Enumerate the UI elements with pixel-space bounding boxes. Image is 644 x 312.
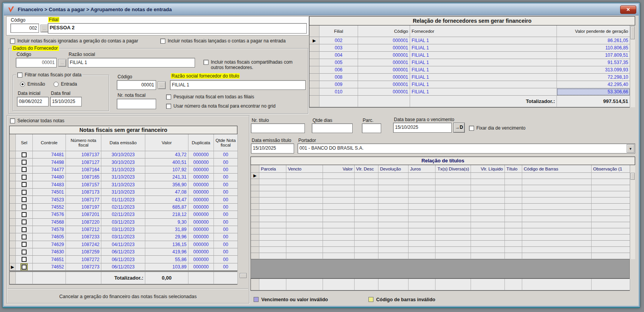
titulo-razao-input[interactable]: FILIAL 1 [170,80,306,90]
table-row[interactable]: 74552108719702/11/2023685,8700000000 [10,204,237,211]
row-select-checkbox[interactable] [22,160,27,165]
row-select-checkbox[interactable] [22,265,27,270]
chk-incluir-lancadas-box[interactable] [160,39,165,44]
table-row[interactable]: Totalizador.:997.514,51 [309,96,629,107]
chk-compartilhadas[interactable]: Incluir notas fiscais compartilhadas com… [203,59,304,70]
chk-filtrar-data-box[interactable] [17,73,22,78]
data-base-input[interactable]: 15/10/2025 [393,123,452,133]
table-row[interactable]: 008000001FILIAL 172.298,10 [309,74,629,81]
table-row[interactable] [251,222,629,228]
table-row[interactable]: FilialCódigoFornecedorValor pendente de … [309,25,629,37]
chk-compartilhadas-box[interactable] [203,60,209,65]
table-row[interactable]: 74480108716531/10/2023241,3100000000 [10,174,237,181]
table-row[interactable]: ParcelaVenctoValorVlr. DescDevoluçãoJuro… [251,165,629,173]
row-select-checkbox[interactable] [22,167,27,172]
table-row[interactable] [251,234,629,241]
data-inicial-input[interactable]: 08/06/2022 [17,97,49,106]
table-row[interactable]: ▶002000001FILIAL 186.261,05 [309,37,629,44]
table-row[interactable]: Totalizador.:0,00 [10,272,237,284]
titles-scrollbar[interactable] [630,165,635,259]
chk-selecionar-todas-box[interactable] [10,118,15,123]
table-row[interactable]: 74630108725906/11/2023419,9600000000 [10,248,237,256]
notas-mini-scroll-box[interactable] [240,273,247,278]
row-select-checkbox[interactable] [22,212,27,217]
radio-entrada[interactable]: Entrada [54,81,77,87]
table-row[interactable]: 74576108720102/11/2023218,1200000000 [10,211,237,218]
table-row[interactable] [251,191,629,197]
table-row[interactable]: 009000001FILIAL 142.295,40 [309,81,629,88]
table-row[interactable]: 74498108712730/10/2023400,5100000000 [10,159,237,166]
data-emissao-titulo-input[interactable]: 15/10/2025 [251,143,294,153]
table-row[interactable]: 006000001FILIAL 1313.099,93 [309,66,629,74]
table-row[interactable]: 74629108724204/11/2023136,1500000000 [10,241,237,248]
table-row[interactable] [251,216,629,222]
row-select-checkbox[interactable] [22,175,27,180]
row-select-checkbox[interactable] [22,190,27,195]
table-row[interactable]: 74477108716431/10/2023107,9200000000 [10,166,237,174]
chk-pesquisar-filiais[interactable]: Pesquisar nota fiscal em todas as filiai… [166,94,254,100]
table-row[interactable] [251,197,629,204]
table-row[interactable] [251,247,629,253]
chk-selecionar-todas[interactable]: Selecionar todas notas [10,118,64,123]
fornecedor-codigo-input[interactable]: 00001 [16,58,57,67]
table-row[interactable] [251,241,629,247]
nr-nota-input[interactable] [117,99,156,109]
nr-titulo-input[interactable] [251,123,305,133]
table-row[interactable]: ▶74652108727306/11/2023103,8900000000 [10,263,237,271]
row-select-checkbox[interactable] [22,227,27,232]
radio-entrada-dot[interactable] [54,82,59,87]
table-row[interactable]: 74501108717331/10/202347,0800000000 [10,189,237,196]
table-row[interactable] [251,210,629,216]
table-row[interactable] [251,179,629,185]
codigo-input[interactable]: 002 [10,24,39,33]
titulo-codigo-input[interactable]: 00001 [117,80,156,90]
table-row[interactable]: 003000001FILIAL 1110.806,85 [309,44,629,52]
qtde-dias-input[interactable] [312,123,353,133]
table-row[interactable]: 010000001FILIAL 153.306,66 [309,88,629,96]
chk-incluir-lancadas[interactable]: Incluir notas fiscais lançadas o contas … [160,38,286,44]
row-select-checkbox[interactable] [22,204,27,209]
table-row[interactable]: SelControleNúmero nota fiscalData emissã… [10,134,237,151]
table-row[interactable]: 74651108727206/11/202355,8600000000 [10,256,237,263]
chk-filtrar-data[interactable]: Filtrar notas fiscais por data [16,72,82,78]
titles-scrollbar-thumb[interactable] [631,173,635,180]
filial-input[interactable]: PESSOA 2 [48,23,307,34]
table-row[interactable] [251,253,629,259]
radio-emissao-dot[interactable] [20,82,25,87]
chk-fixar-vencimento[interactable]: Fixar dia de vencimento [469,125,525,131]
table-row[interactable]: 004000001FILIAL 1107.809,51 [309,52,629,59]
table-row[interactable]: ▶ [251,173,629,179]
table-row[interactable] [251,204,629,210]
table-row[interactable] [251,228,629,234]
row-select-checkbox[interactable] [22,152,27,157]
table-row[interactable]: 005000001FILIAL 191.537,35 [309,59,629,66]
table-row[interactable]: 74578108721203/11/202331,8900000000 [10,226,237,233]
chk-incluir-ignoradas-box[interactable] [10,39,15,44]
portador-dropdown-button[interactable]: ▼ [627,144,634,153]
portador-combobox[interactable]: 001 - BANCO DO BRASIL S.A. [298,143,635,153]
row-select-checkbox[interactable] [22,234,27,239]
table-row[interactable] [251,279,629,290]
data-final-input[interactable]: 15/10/2025 [50,97,82,106]
suppliers-scrollbar[interactable] [630,25,635,107]
table-row[interactable]: 74568108722003/11/20239,3000000000 [10,219,237,226]
chk-usar-numero[interactable]: Usar número da nota fiscal para encontra… [166,103,276,109]
table-row[interactable]: 74605108723303/11/202329,9600000000 [10,233,237,241]
row-select-checkbox[interactable] [22,219,27,224]
row-select-checkbox[interactable] [22,197,27,202]
data-base-calc-button[interactable]: →D [453,123,465,133]
codigo-browse-button[interactable]: ... [40,25,49,32]
table-row[interactable]: 74481108713730/10/202343,7200000000 [10,151,237,159]
cancel-generation-button[interactable]: Cancelar a geração do financeiro das not… [7,294,249,299]
table-row[interactable] [251,185,629,191]
chk-pesquisar-filiais-box[interactable] [166,94,171,100]
row-select-checkbox[interactable] [22,182,27,187]
radio-emissao[interactable]: Emissão [20,81,45,87]
parc-input[interactable] [362,123,381,133]
chk-usar-numero-box[interactable] [166,104,171,109]
table-row[interactable]: 74483108715731/10/2023356,9000000000 [10,181,237,189]
close-button[interactable]: ✕ [620,5,636,14]
row-select-checkbox[interactable] [22,250,27,255]
chk-incluir-ignoradas[interactable]: Incluir notas fiscais ignoradas a geraçã… [10,38,138,44]
table-row[interactable]: 74523108717701/11/202343,4700000000 [10,196,237,203]
